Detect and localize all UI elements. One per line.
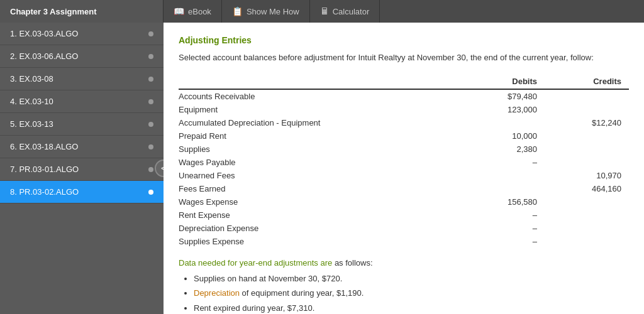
- sidebar-item-2-label: 2. EX.03-06.ALGO: [10, 51, 78, 61]
- sidebar-item-7-dot: [148, 167, 153, 172]
- sidebar-item-6-dot: [148, 144, 153, 149]
- bullet-intro: Data needed for year-end adjustments are…: [179, 258, 629, 268]
- table-row: Accumulated Depreciation - Equipment $12…: [179, 116, 629, 129]
- col-header-debits: Debits: [460, 74, 545, 89]
- table-row: Unearned Fees 10,970: [179, 169, 629, 182]
- tab-show-me-how[interactable]: 📋 Show Me How: [222, 0, 310, 23]
- table-row: Depreciation Expense –: [179, 222, 629, 235]
- sidebar-item-5-label: 5. EX.03-13: [10, 119, 53, 129]
- table-row: Wages Expense 156,580: [179, 195, 629, 208]
- list-item: Rent expired during year, $7,310.: [194, 302, 629, 315]
- row-debit-wages-expense: 156,580: [460, 195, 545, 208]
- row-label-accum-dep: Accumulated Depreciation - Equipment: [179, 116, 460, 129]
- table-row: Fees Earned 464,160: [179, 182, 629, 195]
- sidebar-item-2-dot: [148, 54, 153, 59]
- chapter-title: Chapter 3 Assignment: [0, 0, 164, 23]
- row-credit-dep-expense: [545, 222, 629, 235]
- adjusting-entries-table: Debits Credits Accounts Receivable $79,4…: [179, 74, 629, 248]
- row-debit-wages-payable: –: [460, 156, 545, 169]
- table-row: Rent Expense –: [179, 208, 629, 222]
- sidebar-item-5[interactable]: 5. EX.03-13: [0, 113, 164, 136]
- row-debit-unearned-fees: [460, 169, 545, 182]
- row-credit-equipment: [545, 103, 629, 116]
- sidebar-item-7[interactable]: 7. PR.03-01.ALGO: [0, 158, 164, 181]
- header: Chapter 3 Assignment 📖 eBook 📋 Show Me H…: [0, 0, 644, 23]
- tab-calculator[interactable]: 🖩 Calculator: [310, 0, 380, 23]
- sidebar-item-1-label: 1. EX.03-03.ALGO: [10, 29, 78, 38]
- row-label-supplies: Supplies: [179, 143, 460, 156]
- row-debit-prepaid-rent: 10,000: [460, 129, 545, 143]
- sidebar-item-3-dot: [148, 77, 153, 82]
- row-credit-supplies: [545, 143, 629, 156]
- row-label-supplies-expense: Supplies Expense: [179, 235, 460, 248]
- sidebar-item-8-label: 8. PR.03-02.ALGO: [10, 187, 79, 197]
- sidebar-item-8-dot: [148, 190, 153, 195]
- sidebar-item-8[interactable]: 8. PR.03-02.ALGO: [0, 181, 164, 203]
- bullet-list: Supplies on hand at November 30, $720. D…: [179, 273, 629, 315]
- sidebar-item-1[interactable]: 1. EX.03-03.ALGO: [0, 23, 164, 45]
- table-row: Equipment 123,000: [179, 103, 629, 116]
- tab-ebook-label: eBook: [188, 7, 211, 16]
- sidebar: 1. EX.03-03.ALGO 2. EX.03-06.ALGO 3. EX.…: [0, 23, 164, 314]
- row-credit-unearned-fees: 10,970: [545, 169, 629, 182]
- row-label-wages-expense: Wages Expense: [179, 195, 460, 208]
- row-credit-accum-dep: $12,240: [545, 116, 629, 129]
- row-debit-supplies-expense: –: [460, 235, 545, 248]
- sidebar-item-4[interactable]: 4. EX.03-10: [0, 90, 164, 113]
- row-debit-rent-expense: –: [460, 208, 545, 222]
- content-title: Adjusting Entries: [179, 35, 629, 45]
- row-credit-supplies-expense: [545, 235, 629, 248]
- row-label-equipment: Equipment: [179, 103, 460, 116]
- row-credit-rent-expense: [545, 208, 629, 222]
- sidebar-item-2[interactable]: 2. EX.03-06.ALGO: [0, 45, 164, 68]
- row-credit-wages-payable: [545, 156, 629, 169]
- row-label-unearned-fees: Unearned Fees: [179, 169, 460, 182]
- row-label-fees-earned: Fees Earned: [179, 182, 460, 195]
- list-item: Supplies on hand at November 30, $720.: [194, 273, 629, 285]
- sidebar-item-6[interactable]: 6. EX.03-18.ALGO: [0, 136, 164, 158]
- list-item: Depreciation of equipment during year, $…: [194, 287, 629, 300]
- sidebar-item-7-label: 7. PR.03-01.ALGO: [10, 165, 79, 174]
- row-label-prepaid-rent: Prepaid Rent: [179, 129, 460, 143]
- table-row: Prepaid Rent 10,000: [179, 129, 629, 143]
- table-row: Supplies 2,380: [179, 143, 629, 156]
- row-credit-ar: [545, 89, 629, 103]
- row-debit-dep-expense: –: [460, 222, 545, 235]
- row-credit-wages-expense: [545, 195, 629, 208]
- tab-calculator-label: Calculator: [333, 7, 370, 16]
- row-credit-fees-earned: 464,160: [545, 182, 629, 195]
- row-debit-supplies: 2,380: [460, 143, 545, 156]
- row-debit-accum-dep: [460, 116, 545, 129]
- sidebar-item-3[interactable]: 3. EX.03-08: [0, 68, 164, 90]
- intro-text: Selected account balances before adjustm…: [179, 51, 629, 64]
- row-debit-ar: $79,480: [460, 89, 545, 103]
- tab-show-me-how-label: Show Me How: [247, 7, 299, 16]
- main-layout: 1. EX.03-03.ALGO 2. EX.03-06.ALGO 3. EX.…: [0, 23, 644, 314]
- table-row: Supplies Expense –: [179, 235, 629, 248]
- sidebar-item-5-dot: [148, 122, 153, 127]
- tab-ebook[interactable]: 📖 eBook: [164, 0, 222, 23]
- row-debit-fees-earned: [460, 182, 545, 195]
- content-area: Adjusting Entries Selected account balan…: [164, 23, 644, 314]
- row-debit-equipment: 123,000: [460, 103, 545, 116]
- col-header-credits: Credits: [545, 74, 629, 89]
- tab-bar: 📖 eBook 📋 Show Me How 🖩 Calculator: [164, 0, 644, 23]
- sidebar-item-4-label: 4. EX.03-10: [10, 97, 53, 106]
- col-header-account: [179, 74, 460, 89]
- calculator-icon: 🖩: [320, 6, 329, 16]
- row-credit-prepaid-rent: [545, 129, 629, 143]
- row-label-wages-payable: Wages Payable: [179, 156, 460, 169]
- sidebar-item-3-label: 3. EX.03-08: [10, 74, 53, 84]
- table-row: Wages Payable –: [179, 156, 629, 169]
- show-me-how-icon: 📋: [232, 6, 243, 16]
- sidebar-item-6-label: 6. EX.03-18.ALGO: [10, 142, 78, 151]
- ebook-icon: 📖: [174, 6, 184, 16]
- row-label-dep-expense: Depreciation Expense: [179, 222, 460, 235]
- sidebar-item-1-dot: [148, 31, 153, 36]
- table-row: Accounts Receivable $79,480: [179, 89, 629, 103]
- row-label-ar: Accounts Receivable: [179, 89, 460, 103]
- row-label-rent-expense: Rent Expense: [179, 208, 460, 222]
- sidebar-item-4-dot: [148, 99, 153, 104]
